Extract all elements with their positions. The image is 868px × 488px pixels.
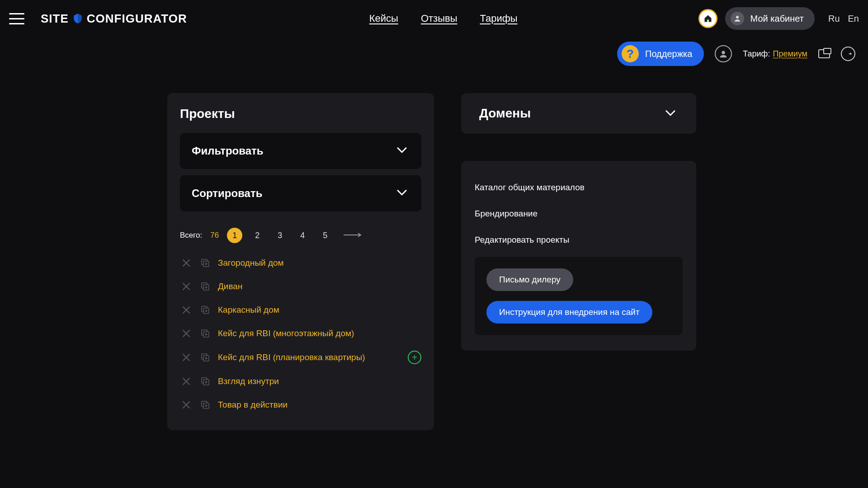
logo-text-right: CONFIGURATOR: [87, 12, 187, 26]
delete-icon[interactable]: [180, 327, 193, 340]
copy-icon[interactable]: [199, 280, 212, 293]
svg-point-1: [722, 51, 725, 54]
project-row: Каркасный дом: [180, 298, 421, 322]
project-row: Взгляд изнутри: [180, 370, 421, 393]
domains-title: Домены: [479, 106, 531, 121]
account-label: Мой кабинет: [750, 14, 804, 24]
content: Проекты Фильтровать Сортировать Всего: 7…: [0, 66, 868, 430]
project-row: Кейс для RBI (планировка квартиры)+: [180, 345, 421, 370]
nav-reviews[interactable]: Отзывы: [421, 13, 458, 24]
project-name[interactable]: Товар в действии: [218, 400, 288, 410]
subbar: ? Поддержка Тариф: Премиум: [0, 37, 868, 66]
arrow-next-icon[interactable]: [344, 231, 362, 239]
domains-panel[interactable]: Домены: [461, 93, 696, 134]
sort-toggle[interactable]: Сортировать: [180, 175, 421, 211]
delete-icon[interactable]: [180, 375, 193, 388]
delete-icon[interactable]: [180, 304, 193, 316]
link-branding[interactable]: Брендирование: [475, 201, 683, 227]
tariff-label: Тариф:: [743, 49, 770, 59]
profile-icon[interactable]: [715, 45, 732, 62]
svg-point-0: [736, 16, 739, 19]
menu-icon[interactable]: [9, 9, 29, 28]
pagination: 1 2 3 4 5: [227, 228, 362, 243]
total-label: Всего:: [180, 231, 202, 240]
project-row: Диван: [180, 275, 421, 298]
filter-toggle[interactable]: Фильтровать: [180, 133, 421, 169]
project-list: Загородный домДиванКаркасный домКейс для…: [180, 251, 421, 417]
copy-icon[interactable]: [199, 375, 212, 388]
projects-panel: Проекты Фильтровать Сортировать Всего: 7…: [167, 93, 434, 430]
project-name[interactable]: Загородный дом: [218, 258, 284, 268]
logo-text-left: SITE: [41, 12, 69, 26]
support-button[interactable]: ? Поддержка: [617, 42, 704, 66]
project-name[interactable]: Кейс для RBI (планировка квартиры): [218, 352, 365, 362]
link-catalog[interactable]: Каталог общих материалов: [475, 174, 683, 201]
page-3[interactable]: 3: [272, 228, 288, 243]
project-name[interactable]: Каркасный дом: [218, 305, 279, 315]
project-row: Загородный дом: [180, 251, 421, 275]
project-row: Товар в действии: [180, 393, 421, 417]
page-5[interactable]: 5: [317, 228, 333, 243]
nav: Кейсы Отзывы Тарифы: [187, 13, 700, 24]
chevron-down-icon: [663, 105, 678, 122]
copy-icon[interactable]: [199, 327, 212, 340]
copy-icon[interactable]: [199, 304, 212, 316]
chevron-down-icon: [394, 142, 410, 160]
projects-title: Проекты: [180, 107, 421, 121]
right-column: Домены Каталог общих материалов Брендиро…: [461, 93, 696, 430]
project-name[interactable]: Диван: [218, 282, 242, 291]
topbar-right: Мой кабинет Ru En: [700, 7, 859, 30]
copy-icon[interactable]: [199, 257, 212, 269]
actions-panel: Каталог общих материалов Брендирование Р…: [461, 161, 696, 351]
account-button[interactable]: Мой кабинет: [725, 7, 815, 30]
button-area: Письмо дилеру Инструкция для внедрения н…: [475, 257, 683, 335]
lang-ru[interactable]: Ru: [828, 14, 840, 24]
delete-icon[interactable]: [180, 351, 193, 364]
home-icon[interactable]: [700, 10, 716, 27]
project-name[interactable]: Взгляд изнутри: [218, 376, 279, 386]
topbar: SITE CONFIGURATOR Кейсы Отзывы Тарифы Мо…: [0, 0, 868, 37]
user-icon: [731, 12, 744, 25]
tariff-info: Тариф: Премиум: [743, 49, 807, 59]
lang-switch: Ru En: [828, 14, 859, 24]
delete-icon[interactable]: [180, 399, 193, 411]
page-1[interactable]: 1: [227, 228, 242, 243]
delete-icon[interactable]: [180, 257, 193, 269]
copy-icon[interactable]: [199, 351, 212, 364]
logout-icon[interactable]: [841, 47, 855, 61]
total-value: 76: [210, 231, 219, 240]
chevron-down-icon: [394, 184, 410, 202]
nav-tariffs[interactable]: Тарифы: [480, 13, 517, 24]
page-4[interactable]: 4: [295, 228, 310, 243]
project-row: Кейс для RBI (многоэтажный дом): [180, 322, 421, 345]
shield-icon: [71, 12, 84, 25]
copy-icon[interactable]: [199, 399, 212, 411]
project-name[interactable]: Кейс для RBI (многоэтажный дом): [218, 328, 354, 338]
link-edit-projects[interactable]: Редактировать проекты: [475, 227, 683, 253]
add-icon[interactable]: +: [408, 351, 421, 364]
projects-summary: Всего: 76 1 2 3 4 5: [180, 228, 421, 243]
lang-en[interactable]: En: [848, 14, 859, 24]
delete-icon[interactable]: [180, 280, 193, 293]
sort-label: Сортировать: [192, 187, 262, 200]
tariff-link[interactable]: Премиум: [773, 49, 807, 59]
nav-cases[interactable]: Кейсы: [369, 13, 398, 24]
page-2[interactable]: 2: [250, 228, 265, 243]
support-label: Поддержка: [645, 49, 692, 59]
logo[interactable]: SITE CONFIGURATOR: [41, 12, 187, 26]
filter-label: Фильтровать: [192, 145, 264, 157]
question-icon: ?: [622, 45, 639, 62]
cards-icon[interactable]: [818, 49, 830, 58]
instructions-button[interactable]: Инструкция для внедрения на сайт: [486, 301, 652, 324]
dealer-letter-button[interactable]: Письмо дилеру: [486, 268, 573, 291]
